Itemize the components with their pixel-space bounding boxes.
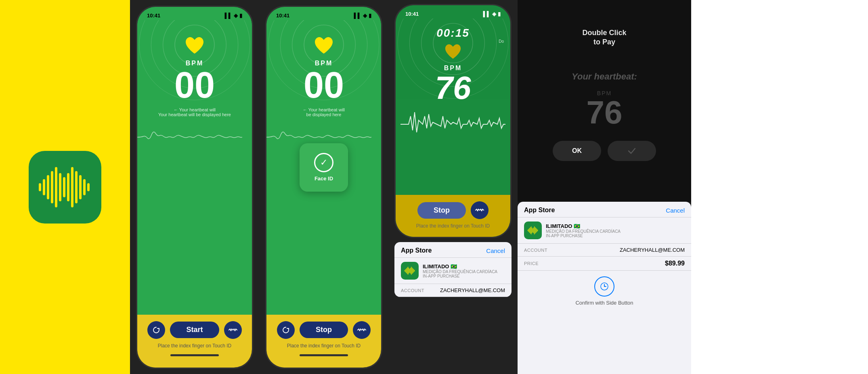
do-double-text-4: Do — [499, 39, 504, 44]
control-row-3: Stop — [277, 321, 371, 339]
touch-id-text-3: Place the index finger on Touch ID — [287, 343, 361, 349]
heartbeat-hint-3: ← Your heartbeat will be displayed here — [303, 107, 345, 117]
home-bar-3 — [300, 354, 348, 356]
svg-rect-36 — [413, 269, 414, 272]
appstore-header-5: App Store Cancel — [518, 202, 691, 217]
status-bar-3: 10:41 ▌▌ ◈ ▮ — [266, 7, 381, 20]
svg-rect-2 — [47, 175, 49, 199]
appstore-title-5: App Store — [524, 207, 555, 214]
phone-screen-3: 10:41 ▌▌ ◈ ▮ — [266, 7, 381, 368]
side-btn-icon-5 — [594, 276, 614, 297]
svg-rect-39 — [528, 229, 529, 232]
wifi-icon-2: ◈ — [234, 13, 238, 19]
signal-icon-2: ▌▌ — [225, 13, 232, 19]
svg-rect-7 — [67, 173, 69, 201]
wave-btn-2[interactable] — [224, 321, 242, 339]
bpm-76-dark: 76 — [587, 96, 623, 129]
double-click-pay-text: Double Click to Pay — [582, 28, 626, 47]
appstore-title-4: App Store — [401, 247, 432, 254]
stop-button-3[interactable]: Stop — [300, 322, 348, 338]
panel-bpm-stop: 10:41 ▌▌ ◈ ▮ — [259, 0, 388, 374]
svg-rect-48 — [536, 228, 536, 233]
appstore-sheet-5: App Store Cancel ILIMITADO 🇧🇷 MEDIÇÃO DA… — [518, 202, 691, 374]
svg-rect-12 — [87, 183, 90, 191]
account-val-5: ZACHERYHALL@ME.COM — [620, 247, 685, 253]
svg-rect-35 — [413, 268, 413, 273]
heart-icon-3 — [314, 36, 334, 56]
svg-rect-5 — [59, 173, 61, 201]
appstore-sub2-5: IN-APP PURCHASE — [546, 234, 685, 238]
svg-rect-43 — [532, 228, 532, 233]
wave-btn-3[interactable] — [353, 321, 371, 339]
svg-rect-41 — [530, 227, 530, 234]
appstore-header-4: App Store Cancel — [394, 242, 512, 258]
svg-rect-10 — [79, 175, 82, 199]
panel-app-icon — [0, 0, 130, 374]
appstore-name-4: ILIMITADO 🇧🇷 — [423, 263, 505, 270]
wave-btn-4[interactable] — [471, 201, 489, 219]
appstore-name-5: ILIMITADO 🇧🇷 — [546, 223, 685, 229]
face-id-label: Face ID — [314, 176, 333, 182]
ok-button-5[interactable]: OK — [553, 141, 601, 161]
svg-rect-47 — [535, 227, 535, 234]
start-button-2[interactable]: Start — [170, 322, 219, 338]
svg-rect-49 — [537, 229, 537, 232]
heart-icon-2 — [185, 36, 205, 56]
appstore-account-row-4: ACCOUNT ZACHERYHALL@ME.COM — [394, 284, 512, 297]
signal-icon-4: ▌▌ — [483, 11, 491, 17]
bpm-footer-3: Stop Place the index finger on Touch ID — [266, 315, 381, 368]
bpm-main-2: BPM 00 ← Your heartbeat will Your heartb… — [137, 20, 252, 315]
account-val-4: ZACHERYHALL@ME.COM — [440, 287, 505, 293]
svg-rect-32 — [410, 268, 411, 274]
appstore-cancel-4[interactable]: Cancel — [486, 247, 505, 254]
appstore-info-5: ILIMITADO 🇧🇷 MEDIÇÃO DA FREQUÊNCIA CARDÍ… — [546, 223, 685, 238]
appstore-item-4: ILIMITADO 🇧🇷 MEDIÇÃO DA FREQUÊNCIA CARDÍ… — [394, 258, 512, 284]
svg-rect-26 — [405, 269, 406, 272]
account-label-4: ACCOUNT — [401, 288, 424, 293]
status-icons-4: ▌▌ ◈ ▮ — [483, 11, 501, 17]
appstore-info-4: ILIMITADO 🇧🇷 MEDIÇÃO DA FREQUÊNCIA CARDÍ… — [423, 263, 505, 278]
svg-rect-34 — [412, 267, 412, 274]
appstore-sheet-4: App Store Cancel ILIMITADO 🇧🇷 MEDIÇÃO DA… — [394, 242, 512, 297]
history-btn-2[interactable] — [147, 321, 165, 339]
svg-rect-37 — [414, 270, 415, 272]
price-val-5: $89.99 — [665, 260, 685, 267]
bpm76-footer: Stop Place the index finger on Touch ID — [396, 195, 510, 237]
appstore-sub1-4: MEDIÇÃO DA FREQUÊNCIA CARDÍACA — [423, 270, 505, 274]
svg-rect-42 — [531, 226, 531, 234]
appstore-cancel-5[interactable]: Cancel — [666, 207, 685, 214]
appstore-account-row-5: ACCOUNT ZACHERYHALL@ME.COM — [518, 244, 691, 257]
svg-rect-28 — [407, 267, 407, 274]
panel-payment: 10:40 ▌▌ ◈ ▮ Double Click to Pay Your he… — [518, 0, 691, 374]
confirm-section-5: Confirm with Side Button — [518, 271, 691, 311]
panel-bpm-76: 10:41 ▌▌ ◈ ▮ 00:15 — [388, 0, 518, 374]
touch-id-text-4: Place the index finger on Touch ID — [416, 223, 490, 229]
waveform-4 — [396, 104, 510, 140]
appstore-item-5: ILIMITADO 🇧🇷 MEDIÇÃO DA FREQUÊNCIA CARDÍ… — [518, 217, 691, 244]
bpm-number-3: 00 — [304, 67, 344, 103]
app-icon — [29, 151, 101, 224]
history-btn-3[interactable] — [277, 321, 295, 339]
price-label-5: PRICE — [524, 261, 539, 266]
svg-rect-31 — [409, 269, 410, 273]
control-row-2: Start — [147, 321, 241, 339]
bpm76-main: 00:15 Do BPM 76 — [396, 19, 510, 195]
account-label-5: ACCOUNT — [524, 248, 547, 253]
appstore-sub1-5: MEDIÇÃO DA FREQUÊNCIA CARDÍACA — [546, 229, 685, 234]
status-bar-2: 10:41 ▌▌ ◈ ▮ — [137, 7, 252, 20]
appstore-app-icon-5 — [524, 221, 542, 239]
svg-rect-11 — [83, 179, 86, 195]
bpm-footer-2: Start Place the index finger on Touch ID — [137, 315, 252, 368]
payment-top: Double Click to Pay Your heartbeat: BPM … — [518, 0, 691, 202]
stop-button-4[interactable]: Stop — [417, 202, 466, 219]
svg-rect-1 — [43, 179, 45, 195]
your-heartbeat-dark: Your heartbeat: — [572, 71, 637, 82]
svg-rect-0 — [39, 183, 41, 191]
svg-rect-4 — [55, 167, 57, 207]
svg-rect-30 — [409, 268, 409, 274]
wifi-icon-4: ◈ — [492, 11, 496, 17]
svg-rect-45 — [533, 228, 534, 233]
check-button-5[interactable] — [608, 141, 656, 161]
wifi-icon-3: ◈ — [363, 13, 367, 19]
confirm-label-5: Confirm with Side Button — [575, 300, 633, 306]
